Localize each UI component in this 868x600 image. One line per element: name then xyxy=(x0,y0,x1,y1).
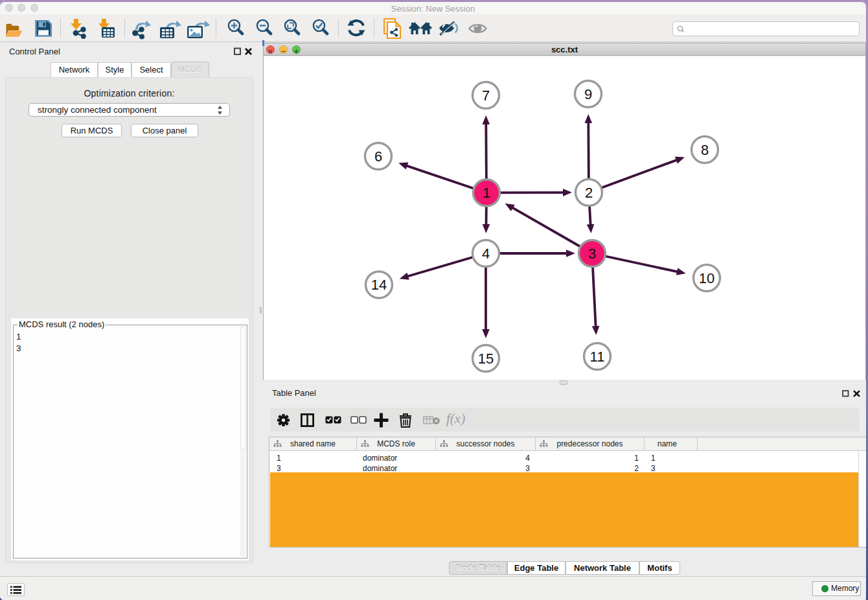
svg-text:3: 3 xyxy=(588,246,596,262)
svg-text:9: 9 xyxy=(584,86,592,102)
svg-text:14: 14 xyxy=(371,277,387,293)
svg-text:6: 6 xyxy=(374,148,382,165)
svg-text:15: 15 xyxy=(478,351,494,367)
svg-text:2: 2 xyxy=(585,185,593,201)
svg-text:4: 4 xyxy=(482,246,490,262)
svg-text:11: 11 xyxy=(590,349,605,365)
svg-text:1: 1 xyxy=(483,185,490,201)
svg-text:10: 10 xyxy=(699,270,714,286)
svg-text:7: 7 xyxy=(482,87,490,104)
svg-text:8: 8 xyxy=(701,142,709,158)
